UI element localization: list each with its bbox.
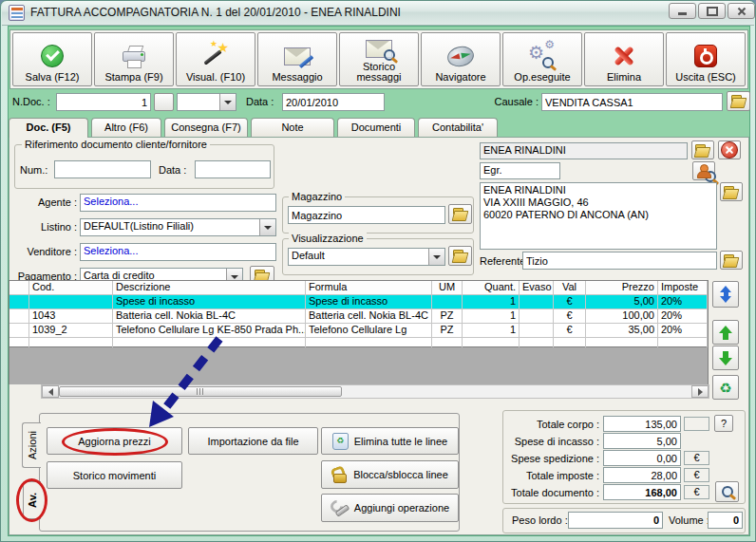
horizontal-scrollbar[interactable]: [41, 384, 709, 399]
cell-imposte[interactable]: 20%: [658, 309, 708, 323]
agente-field[interactable]: Seleziona...: [80, 194, 276, 212]
referente-folder-button[interactable]: [720, 251, 743, 270]
col-formula[interactable]: Formula: [306, 281, 432, 294]
elimina-button[interactable]: Elimina: [584, 32, 664, 86]
elimina-linee-button[interactable]: ♻ Elimina tutte le linee: [321, 427, 459, 455]
ndoc-input[interactable]: [56, 93, 151, 111]
aggiungi-operazione-button[interactable]: Aggiungi operazione: [321, 494, 459, 522]
zoom-totals-button[interactable]: [715, 481, 739, 502]
rif-data-input[interactable]: [195, 160, 271, 178]
cell-val[interactable]: €: [554, 309, 586, 323]
cell-descrizione[interactable]: Spese di incasso: [113, 295, 306, 308]
rif-num-input[interactable]: [54, 160, 151, 178]
title-bar[interactable]: FATTURA ACCOMPAGNATORIA N. 1 del 20/01/2…: [2, 1, 754, 26]
causale-input[interactable]: [541, 93, 723, 111]
volume-input[interactable]: [708, 512, 743, 529]
col-imposte[interactable]: Imposte: [658, 281, 708, 294]
customer-folder-button[interactable]: [691, 140, 714, 159]
cell-quant[interactable]: 1: [463, 295, 520, 308]
address-folder-button[interactable]: [720, 182, 743, 201]
cell-prezzo[interactable]: 35,00: [586, 324, 658, 337]
cell-formula[interactable]: Batteria cell. Nokia BL-4C: [306, 309, 432, 323]
cell-cod[interactable]: 1039_2: [29, 324, 113, 337]
help-button[interactable]: ?: [714, 415, 733, 432]
table-row[interactable]: 1043 Batteria cell. Nokia BL-4C Batteria…: [9, 309, 708, 324]
salva-button[interactable]: Salva (F12): [12, 32, 92, 86]
cell-um[interactable]: PZ: [432, 324, 463, 337]
cell-formula[interactable]: Spese di incasso: [306, 295, 432, 308]
tab-azioni[interactable]: Azioni: [22, 422, 41, 468]
col-quant[interactable]: Quant.: [463, 281, 520, 294]
tab-contabilita[interactable]: Contabilita': [418, 118, 498, 137]
peso-lordo-input[interactable]: [568, 512, 663, 529]
visualizzazione-folder-button[interactable]: [448, 246, 472, 266]
data-input[interactable]: [282, 93, 385, 111]
navigatore-button[interactable]: Navigatore: [421, 32, 501, 86]
venditore-field[interactable]: Seleziona...: [80, 243, 276, 261]
cell-prezzo[interactable]: 100,00: [586, 309, 658, 323]
storico-movimenti-button[interactable]: Storico movimenti: [47, 461, 182, 489]
cell-val[interactable]: €: [554, 295, 586, 308]
close-button[interactable]: [728, 3, 755, 19]
op-eseguite-button[interactable]: ⚙⚙ Op.eseguite: [502, 32, 582, 86]
ndoc-series-combo[interactable]: [177, 93, 236, 111]
chevron-down-icon[interactable]: [259, 219, 275, 235]
salutation-field[interactable]: Egr.: [480, 162, 560, 179]
col-prezzo[interactable]: Prezzo: [586, 281, 658, 294]
row-selector[interactable]: [9, 309, 29, 323]
tab-consegna[interactable]: Consegna (F7): [164, 118, 248, 137]
cell-um[interactable]: [432, 295, 463, 308]
col-cod[interactable]: Cod.: [29, 281, 113, 294]
reorder-updown-button[interactable]: [712, 281, 739, 308]
cell-imposte[interactable]: 20%: [658, 295, 708, 308]
ndoc-aux-button[interactable]: [154, 93, 174, 111]
cell-descrizione[interactable]: Batteria cell. Nokia BL-4C: [113, 309, 306, 323]
customer-address-field[interactable]: ENEA RINALDINI VIA XXIII MAGGIO, 46 6002…: [480, 182, 717, 250]
aggiorna-prezzi-button[interactable]: Aggiorna prezzi: [47, 427, 182, 455]
cell-cod[interactable]: [29, 295, 113, 308]
cell-evaso[interactable]: [520, 324, 554, 337]
cell-cod[interactable]: 1043: [29, 309, 113, 323]
cell-quant[interactable]: 1: [463, 309, 520, 323]
col-descrizione[interactable]: Descrizione: [113, 281, 306, 294]
visual-button[interactable]: ★★ Visual. (F10): [176, 32, 255, 86]
spese-spedizione-input[interactable]: [603, 450, 681, 466]
totale-documento-input[interactable]: [603, 484, 681, 500]
tab-avanzate[interactable]: Av.: [23, 481, 41, 519]
spese-incasso-input[interactable]: [603, 433, 681, 449]
cell-quant[interactable]: 1: [463, 324, 520, 337]
cell-formula[interactable]: Telefono Cellulare Lg: [306, 324, 432, 337]
scroll-right-button[interactable]: [691, 385, 709, 398]
tab-doc[interactable]: Doc. (F5): [9, 118, 88, 138]
row-selector[interactable]: [9, 295, 29, 308]
importazione-button[interactable]: Importazione da file: [188, 427, 318, 455]
maximize-button[interactable]: [698, 3, 726, 19]
listino-combo[interactable]: DEFAULT(Listino Filiali): [80, 218, 276, 236]
cell-descrizione[interactable]: Telefono Cellulare Lg KE-850 Prada Ph...: [113, 324, 306, 337]
chevron-down-icon[interactable]: [428, 249, 444, 265]
causale-folder-button[interactable]: [727, 91, 750, 111]
blocca-linee-button[interactable]: Blocca/sblocca linee: [321, 460, 459, 489]
tab-note[interactable]: Note: [251, 118, 334, 137]
chevron-down-icon[interactable]: [219, 94, 236, 110]
cell-val[interactable]: €: [554, 324, 586, 337]
stampa-button[interactable]: Stampa (F9): [94, 32, 174, 86]
tab-documenti[interactable]: Documenti: [337, 118, 415, 137]
referente-input[interactable]: [522, 252, 717, 270]
uscita-button[interactable]: Uscita (ESC): [666, 32, 746, 86]
messaggio-button[interactable]: Messaggio: [257, 32, 337, 86]
col-val[interactable]: Val: [554, 281, 586, 294]
magazzino-input[interactable]: [288, 206, 445, 224]
totale-corpo-input[interactable]: [603, 416, 681, 432]
col-um[interactable]: UM: [432, 281, 463, 294]
minimize-button[interactable]: [669, 3, 696, 19]
row-selector[interactable]: [9, 324, 29, 337]
tab-altro[interactable]: Altro (F6): [91, 118, 161, 137]
table-row[interactable]: 1039_2 Telefono Cellulare Lg KE-850 Prad…: [9, 324, 708, 338]
magazzino-folder-button[interactable]: [448, 204, 472, 224]
cell-evaso[interactable]: [520, 309, 554, 323]
cell-imposte[interactable]: 20%: [658, 324, 708, 337]
customer-name-field[interactable]: ENEA RINALDINI: [480, 142, 688, 159]
col-evaso[interactable]: Evaso: [520, 281, 554, 294]
customer-clear-button[interactable]: [718, 140, 741, 159]
